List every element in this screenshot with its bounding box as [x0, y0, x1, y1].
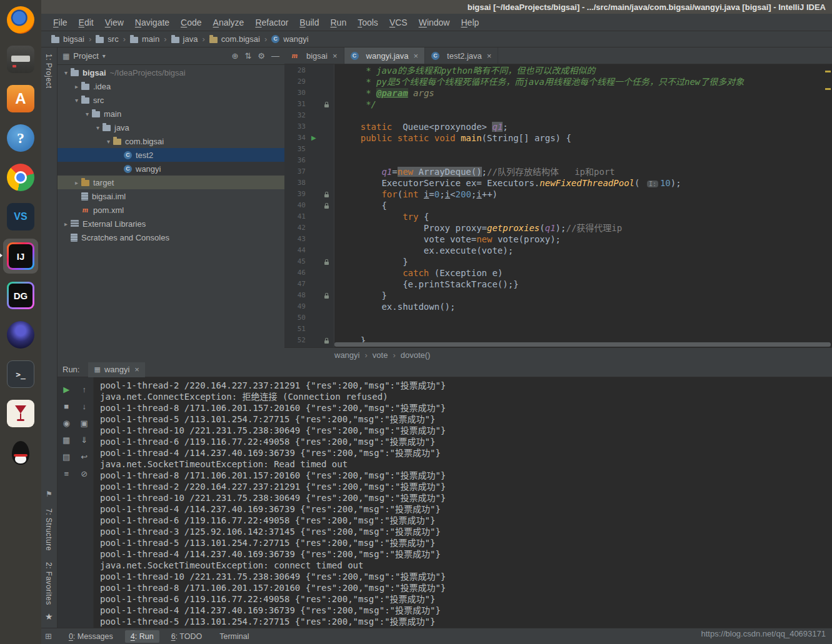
soft-wrap-icon[interactable]: ↩ — [77, 450, 92, 463]
tab-wangyi-java[interactable]: Cwangyi.java× — [344, 47, 426, 64]
tree-item-target[interactable]: ▸target — [58, 176, 284, 189]
tree-item-src[interactable]: ▾src — [58, 93, 284, 107]
vscode-icon[interactable]: VS — [6, 202, 35, 231]
qq-icon[interactable] — [6, 438, 35, 467]
menu-run[interactable]: Run — [324, 17, 352, 27]
tree-toggle-icon[interactable]: ▾ — [83, 111, 92, 117]
menu-refactor[interactable]: Refactor — [249, 17, 294, 27]
chevron-down-icon[interactable]: ▾ — [103, 52, 106, 59]
breadcrumb-item-java[interactable]: java — [171, 34, 198, 44]
error-stripe-mark[interactable] — [825, 88, 831, 90]
clear-all-icon[interactable]: ⊘ — [77, 467, 92, 480]
tree-toggle-icon[interactable]: ▾ — [104, 138, 113, 145]
menu-file[interactable]: File — [48, 17, 73, 27]
thread-dump-icon[interactable]: ◉ — [59, 416, 74, 430]
close-icon[interactable]: × — [487, 51, 492, 61]
tree-item-bigsai-iml[interactable]: bigsai.iml — [58, 189, 284, 203]
pin-icon[interactable]: ⚑ — [46, 490, 53, 498]
fold-marker-icon[interactable] — [324, 340, 329, 344]
breadcrumb-item-src[interactable]: src — [96, 34, 118, 44]
print-icon[interactable]: ▤ — [59, 450, 74, 463]
close-icon[interactable]: × — [333, 51, 338, 61]
tree-item-wangyi[interactable]: Cwangyi — [58, 162, 284, 176]
statusbar-0-messages[interactable]: 0: Messages — [63, 630, 119, 643]
tree-item-bigsai[interactable]: ▾bigsai~/IdeaProjects/bigsai — [58, 66, 284, 79]
stop-icon[interactable]: ■ — [59, 399, 74, 413]
ubuntu-software-icon[interactable]: A — [6, 84, 35, 113]
more-options-icon[interactable]: ≡ — [59, 467, 74, 480]
breadcrumb-item-com-bigsai[interactable]: com.bigsai — [209, 34, 260, 44]
intellij-idea-icon[interactable]: IJ — [6, 242, 35, 270]
tree-toggle-icon[interactable]: ▾ — [61, 69, 71, 76]
settings-gear-icon[interactable]: ⚙ — [258, 51, 265, 61]
wine-icon[interactable] — [6, 399, 35, 428]
eclipse-icon[interactable] — [6, 320, 35, 349]
scroll-to-end-icon[interactable]: ⇓ — [77, 433, 92, 447]
tree-item-com-bigsai[interactable]: ▾com.bigsai — [58, 134, 284, 148]
tree-item-external-libraries[interactable]: ▸External Libraries — [58, 217, 284, 230]
tab-test2-java[interactable]: Ctest2.java× — [425, 47, 498, 64]
tree-item-scratches-and-consoles[interactable]: Scratches and Consoles — [58, 230, 284, 244]
down-stack-icon[interactable]: ↓ — [77, 399, 92, 413]
breadcrumb-item-main[interactable]: main — [130, 34, 159, 44]
horizontal-scrollbar[interactable] — [334, 342, 831, 347]
error-stripe-mark[interactable] — [825, 71, 831, 72]
statusbar-6-todo[interactable]: 6: TODO — [166, 630, 208, 643]
terminal-icon[interactable]: >_ — [6, 360, 35, 389]
datagrip-icon[interactable]: DG — [6, 281, 35, 310]
project-panel-title[interactable]: Project — [73, 51, 98, 61]
menu-view[interactable]: View — [99, 17, 129, 27]
restore-layout-icon[interactable]: ▦ — [59, 433, 74, 447]
menu-edit[interactable]: Edit — [73, 17, 99, 27]
toolwindow-switcher-icon[interactable]: ⊞ — [45, 632, 52, 641]
close-icon[interactable]: × — [134, 365, 139, 374]
tree-toggle-icon[interactable]: ▾ — [93, 124, 103, 131]
chrome-icon[interactable] — [6, 163, 35, 192]
tree-item-test2[interactable]: Ctest2 — [58, 148, 284, 162]
tree-item-main[interactable]: ▾main — [58, 107, 284, 121]
fold-marker-icon[interactable] — [324, 194, 329, 197]
close-icon[interactable]: × — [414, 51, 419, 61]
menu-tools[interactable]: Tools — [352, 17, 384, 27]
toolwindow-favorites-button[interactable]: 2: Favorites — [44, 562, 53, 605]
menu-window[interactable]: Window — [413, 17, 456, 27]
fold-marker-icon[interactable] — [324, 262, 329, 265]
tree-toggle-icon[interactable]: ▸ — [72, 83, 81, 90]
tree-toggle-icon[interactable]: ▾ — [72, 97, 81, 104]
editor-breadcrumb-vote[interactable]: vote — [373, 350, 388, 360]
run-line-icon[interactable]: ▶ — [311, 132, 316, 144]
fold-marker-icon[interactable] — [324, 206, 329, 209]
printer-icon[interactable] — [6, 45, 35, 74]
menu-code[interactable]: Code — [175, 17, 207, 27]
tree-item-idea[interactable]: ▸.idea — [58, 79, 284, 93]
breadcrumb-item-wangyi[interactable]: Cwangyi — [271, 34, 308, 44]
console-output[interactable]: pool-1-thread-2 /220.164.227.237:21291 {… — [94, 377, 832, 628]
editor-breadcrumb-wangyi[interactable]: wangyi — [334, 350, 359, 360]
menu-build[interactable]: Build — [294, 17, 324, 27]
up-stack-icon[interactable]: ↑ — [77, 382, 92, 396]
console-settings-icon[interactable]: ▣ — [77, 416, 92, 430]
window-titlebar[interactable]: bigsai [~/IdeaProjects/bigsai] - .../src… — [41, 0, 832, 14]
firefox-icon[interactable] — [6, 6, 35, 34]
tree-item-java[interactable]: ▾java — [58, 121, 284, 134]
breadcrumb-item-bigsai[interactable]: bigsai — [51, 34, 84, 44]
statusbar-4-run[interactable]: 4: Run — [125, 630, 159, 643]
menu-analyze[interactable]: Analyze — [208, 17, 250, 27]
tree-toggle-icon[interactable]: ▸ — [61, 220, 71, 227]
statusbar-terminal[interactable]: Terminal — [214, 630, 254, 643]
help-icon[interactable]: ? — [6, 124, 35, 152]
code-editor[interactable]: 28 * java的多线程和python略有不同，但也可以改成相似的29 * p… — [284, 64, 832, 347]
collapse-all-icon[interactable]: ⇅ — [244, 51, 251, 61]
fold-marker-icon[interactable] — [324, 104, 329, 107]
star-icon[interactable]: ★ — [45, 612, 53, 622]
rerun-icon[interactable]: ▶ — [59, 382, 74, 396]
toolwindow-structure-button[interactable]: 7: Structure — [44, 508, 53, 551]
tree-toggle-icon[interactable]: ▸ — [72, 179, 81, 186]
run-tab-wangyi[interactable]: ▦ wangyi × — [88, 362, 144, 377]
tab-bigsai[interactable]: mbigsai× — [284, 47, 344, 64]
locate-icon[interactable]: ⊕ — [232, 51, 239, 61]
toolwindow-project-button[interactable]: 1: Project — [44, 54, 53, 89]
tree-item-pom-xml[interactable]: mpom.xml — [58, 203, 284, 217]
fold-marker-icon[interactable] — [324, 295, 329, 299]
menu-navigate[interactable]: Navigate — [129, 17, 175, 27]
